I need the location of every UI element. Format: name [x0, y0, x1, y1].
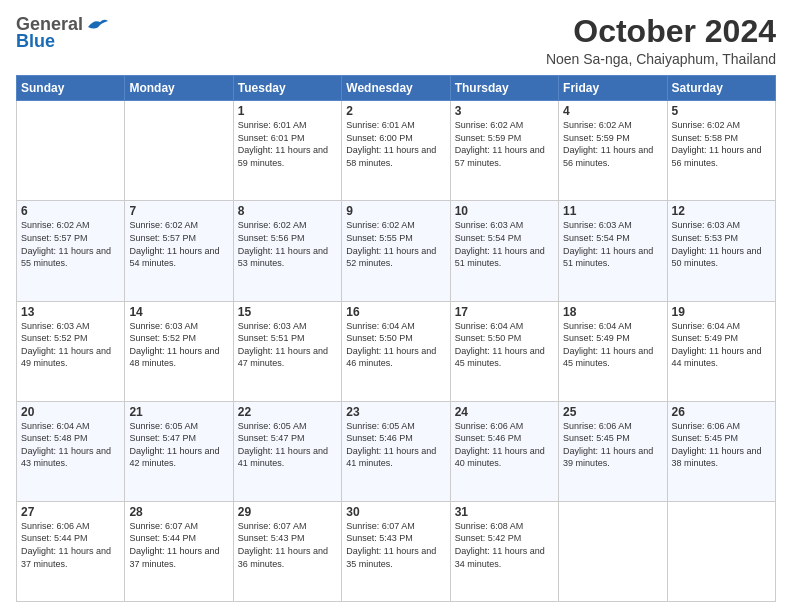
- table-row: 25Sunrise: 6:06 AMSunset: 5:45 PMDayligh…: [559, 401, 667, 501]
- day-number: 25: [563, 405, 662, 419]
- day-number: 15: [238, 305, 337, 319]
- day-number: 13: [21, 305, 120, 319]
- day-number: 6: [21, 204, 120, 218]
- day-info: Sunrise: 6:04 AMSunset: 5:48 PMDaylight:…: [21, 420, 120, 470]
- col-saturday: Saturday: [667, 76, 775, 101]
- table-row: 31Sunrise: 6:08 AMSunset: 5:42 PMDayligh…: [450, 501, 558, 601]
- day-number: 30: [346, 505, 445, 519]
- header: General Blue October 2024 Noen Sa-nga, C…: [16, 14, 776, 67]
- day-number: 31: [455, 505, 554, 519]
- day-info: Sunrise: 6:02 AMSunset: 5:57 PMDaylight:…: [129, 219, 228, 269]
- table-row: [667, 501, 775, 601]
- day-info: Sunrise: 6:06 AMSunset: 5:46 PMDaylight:…: [455, 420, 554, 470]
- day-info: Sunrise: 6:02 AMSunset: 5:57 PMDaylight:…: [21, 219, 120, 269]
- table-row: 29Sunrise: 6:07 AMSunset: 5:43 PMDayligh…: [233, 501, 341, 601]
- day-number: 22: [238, 405, 337, 419]
- day-number: 20: [21, 405, 120, 419]
- calendar-page: General Blue October 2024 Noen Sa-nga, C…: [0, 0, 792, 612]
- table-row: 6Sunrise: 6:02 AMSunset: 5:57 PMDaylight…: [17, 201, 125, 301]
- day-info: Sunrise: 6:03 AMSunset: 5:53 PMDaylight:…: [672, 219, 771, 269]
- day-number: 10: [455, 204, 554, 218]
- col-monday: Monday: [125, 76, 233, 101]
- table-row: [17, 101, 125, 201]
- table-row: 14Sunrise: 6:03 AMSunset: 5:52 PMDayligh…: [125, 301, 233, 401]
- day-info: Sunrise: 6:02 AMSunset: 5:59 PMDaylight:…: [455, 119, 554, 169]
- day-number: 14: [129, 305, 228, 319]
- day-number: 24: [455, 405, 554, 419]
- day-info: Sunrise: 6:06 AMSunset: 5:45 PMDaylight:…: [563, 420, 662, 470]
- calendar-week-5: 27Sunrise: 6:06 AMSunset: 5:44 PMDayligh…: [17, 501, 776, 601]
- table-row: [559, 501, 667, 601]
- day-info: Sunrise: 6:01 AMSunset: 6:01 PMDaylight:…: [238, 119, 337, 169]
- day-info: Sunrise: 6:04 AMSunset: 5:50 PMDaylight:…: [455, 320, 554, 370]
- col-friday: Friday: [559, 76, 667, 101]
- table-row: 15Sunrise: 6:03 AMSunset: 5:51 PMDayligh…: [233, 301, 341, 401]
- calendar-week-1: 1Sunrise: 6:01 AMSunset: 6:01 PMDaylight…: [17, 101, 776, 201]
- month-title: October 2024: [546, 14, 776, 49]
- col-wednesday: Wednesday: [342, 76, 450, 101]
- table-row: 7Sunrise: 6:02 AMSunset: 5:57 PMDaylight…: [125, 201, 233, 301]
- day-info: Sunrise: 6:02 AMSunset: 5:58 PMDaylight:…: [672, 119, 771, 169]
- col-sunday: Sunday: [17, 76, 125, 101]
- table-row: 10Sunrise: 6:03 AMSunset: 5:54 PMDayligh…: [450, 201, 558, 301]
- day-info: Sunrise: 6:07 AMSunset: 5:43 PMDaylight:…: [238, 520, 337, 570]
- logo-blue: Blue: [16, 31, 55, 52]
- table-row: 8Sunrise: 6:02 AMSunset: 5:56 PMDaylight…: [233, 201, 341, 301]
- table-row: 9Sunrise: 6:02 AMSunset: 5:55 PMDaylight…: [342, 201, 450, 301]
- table-row: 23Sunrise: 6:05 AMSunset: 5:46 PMDayligh…: [342, 401, 450, 501]
- table-row: 26Sunrise: 6:06 AMSunset: 5:45 PMDayligh…: [667, 401, 775, 501]
- day-info: Sunrise: 6:02 AMSunset: 5:55 PMDaylight:…: [346, 219, 445, 269]
- table-row: 12Sunrise: 6:03 AMSunset: 5:53 PMDayligh…: [667, 201, 775, 301]
- location: Noen Sa-nga, Chaiyaphum, Thailand: [546, 51, 776, 67]
- logo-bird-icon: [86, 17, 108, 33]
- day-number: 4: [563, 104, 662, 118]
- day-number: 9: [346, 204, 445, 218]
- logo: General Blue: [16, 14, 108, 52]
- day-number: 12: [672, 204, 771, 218]
- day-info: Sunrise: 6:02 AMSunset: 5:59 PMDaylight:…: [563, 119, 662, 169]
- day-info: Sunrise: 6:05 AMSunset: 5:47 PMDaylight:…: [238, 420, 337, 470]
- table-row: 5Sunrise: 6:02 AMSunset: 5:58 PMDaylight…: [667, 101, 775, 201]
- day-info: Sunrise: 6:04 AMSunset: 5:50 PMDaylight:…: [346, 320, 445, 370]
- day-number: 18: [563, 305, 662, 319]
- day-info: Sunrise: 6:05 AMSunset: 5:47 PMDaylight:…: [129, 420, 228, 470]
- title-block: October 2024 Noen Sa-nga, Chaiyaphum, Th…: [546, 14, 776, 67]
- table-row: 19Sunrise: 6:04 AMSunset: 5:49 PMDayligh…: [667, 301, 775, 401]
- day-number: 8: [238, 204, 337, 218]
- table-row: 17Sunrise: 6:04 AMSunset: 5:50 PMDayligh…: [450, 301, 558, 401]
- day-number: 17: [455, 305, 554, 319]
- table-row: 28Sunrise: 6:07 AMSunset: 5:44 PMDayligh…: [125, 501, 233, 601]
- table-row: 18Sunrise: 6:04 AMSunset: 5:49 PMDayligh…: [559, 301, 667, 401]
- day-number: 11: [563, 204, 662, 218]
- table-row: 11Sunrise: 6:03 AMSunset: 5:54 PMDayligh…: [559, 201, 667, 301]
- day-info: Sunrise: 6:07 AMSunset: 5:44 PMDaylight:…: [129, 520, 228, 570]
- day-info: Sunrise: 6:03 AMSunset: 5:54 PMDaylight:…: [563, 219, 662, 269]
- day-info: Sunrise: 6:01 AMSunset: 6:00 PMDaylight:…: [346, 119, 445, 169]
- day-info: Sunrise: 6:07 AMSunset: 5:43 PMDaylight:…: [346, 520, 445, 570]
- table-row: [125, 101, 233, 201]
- day-number: 7: [129, 204, 228, 218]
- day-info: Sunrise: 6:03 AMSunset: 5:51 PMDaylight:…: [238, 320, 337, 370]
- day-info: Sunrise: 6:03 AMSunset: 5:52 PMDaylight:…: [21, 320, 120, 370]
- calendar-week-2: 6Sunrise: 6:02 AMSunset: 5:57 PMDaylight…: [17, 201, 776, 301]
- day-number: 21: [129, 405, 228, 419]
- table-row: 22Sunrise: 6:05 AMSunset: 5:47 PMDayligh…: [233, 401, 341, 501]
- table-row: 16Sunrise: 6:04 AMSunset: 5:50 PMDayligh…: [342, 301, 450, 401]
- day-number: 28: [129, 505, 228, 519]
- day-info: Sunrise: 6:04 AMSunset: 5:49 PMDaylight:…: [563, 320, 662, 370]
- day-info: Sunrise: 6:05 AMSunset: 5:46 PMDaylight:…: [346, 420, 445, 470]
- day-info: Sunrise: 6:06 AMSunset: 5:44 PMDaylight:…: [21, 520, 120, 570]
- day-number: 19: [672, 305, 771, 319]
- table-row: 13Sunrise: 6:03 AMSunset: 5:52 PMDayligh…: [17, 301, 125, 401]
- table-row: 2Sunrise: 6:01 AMSunset: 6:00 PMDaylight…: [342, 101, 450, 201]
- table-row: 4Sunrise: 6:02 AMSunset: 5:59 PMDaylight…: [559, 101, 667, 201]
- day-info: Sunrise: 6:06 AMSunset: 5:45 PMDaylight:…: [672, 420, 771, 470]
- day-info: Sunrise: 6:08 AMSunset: 5:42 PMDaylight:…: [455, 520, 554, 570]
- day-number: 16: [346, 305, 445, 319]
- calendar-table: Sunday Monday Tuesday Wednesday Thursday…: [16, 75, 776, 602]
- table-row: 27Sunrise: 6:06 AMSunset: 5:44 PMDayligh…: [17, 501, 125, 601]
- day-info: Sunrise: 6:02 AMSunset: 5:56 PMDaylight:…: [238, 219, 337, 269]
- col-tuesday: Tuesday: [233, 76, 341, 101]
- col-thursday: Thursday: [450, 76, 558, 101]
- calendar-week-4: 20Sunrise: 6:04 AMSunset: 5:48 PMDayligh…: [17, 401, 776, 501]
